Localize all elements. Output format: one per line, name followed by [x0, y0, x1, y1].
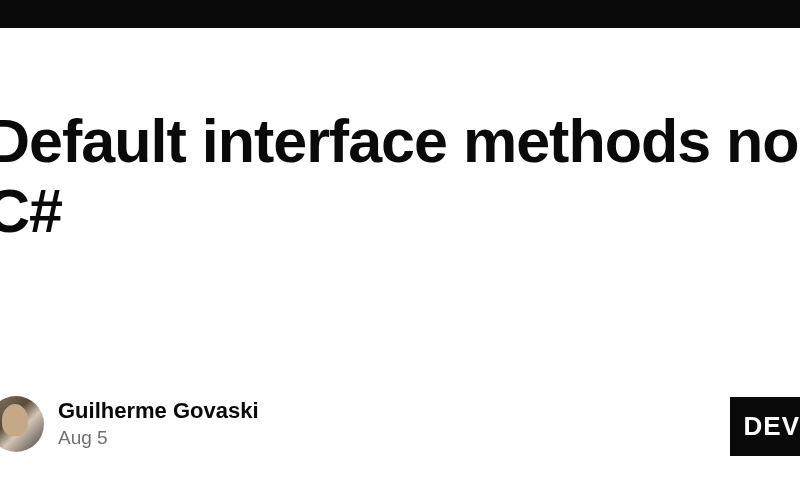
top-bar	[0, 0, 800, 28]
author-info: Guilherme Govaski Aug 5	[58, 397, 259, 451]
publish-date: Aug 5	[58, 426, 259, 451]
dev-badge[interactable]: DEV	[730, 397, 800, 456]
avatar[interactable]	[0, 396, 44, 452]
article-title: Default interface methods no C#	[0, 106, 800, 246]
article-content: Default interface methods no C#	[0, 106, 800, 246]
author-name[interactable]: Guilherme Govaski	[58, 397, 259, 426]
author-byline[interactable]: Guilherme Govaski Aug 5	[0, 396, 259, 452]
